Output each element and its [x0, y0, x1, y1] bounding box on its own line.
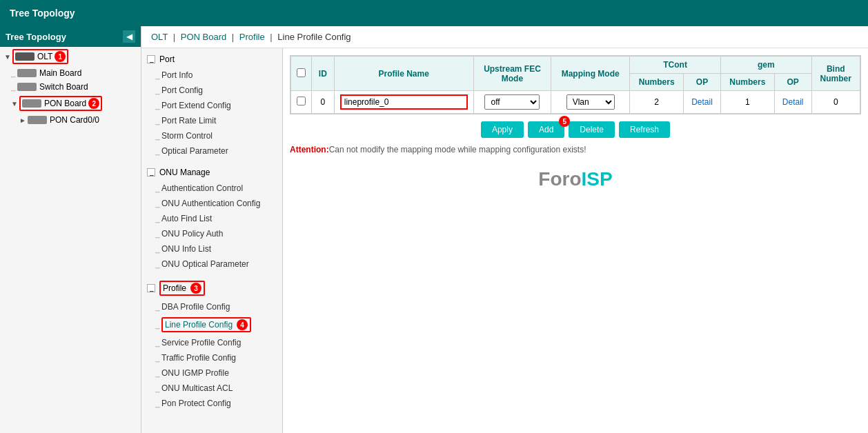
switch-board-icon [17, 83, 37, 91]
menu-item-onu-multicast-acl[interactable]: ⎯ONU Multicast ACL [141, 381, 282, 396]
row-gem-numbers: 1 [720, 91, 774, 114]
add-button-label: Add [539, 125, 553, 134]
pon-board-box: PON Board 2 [19, 96, 102, 111]
row-upstream-fec-cell: off on [473, 91, 551, 114]
pon-board-label: PON Board [44, 99, 86, 108]
menu-item-pon-protect-config[interactable]: ⎯Pon Protect Config [141, 396, 282, 411]
breadcrumb-olt[interactable]: OLT [151, 32, 168, 42]
pon-card-label: PON Card0/0 [50, 115, 99, 125]
menu-section-profile-header[interactable]: ⎯ Profile 3 [141, 277, 282, 299]
line-profile-config-highlighted: Line Profile Config 4 [161, 317, 251, 332]
col-tcont-numbers: Numbers [630, 74, 684, 91]
pon-board-icon [22, 99, 41, 108]
line-profile-config-badge: 4 [237, 319, 248, 330]
row-id: 0 [312, 91, 335, 114]
menu-section-onu: ⎯ ONU Manage ⎯Authentication Control ⎯ON… [141, 161, 282, 274]
gem-detail-link[interactable]: Detail [782, 97, 804, 107]
app-title: Tree Topology [10, 8, 75, 19]
menu-item-service-profile-config[interactable]: ⎯Service Profile Config [141, 335, 282, 350]
table-row: 0 off on [291, 91, 860, 114]
watermark-foro: Foro [538, 168, 581, 190]
sidebar-item-main-board[interactable]: ⎯ Main Board [0, 66, 141, 80]
watermark-isp: ISP [582, 168, 613, 190]
col-group-tcont: TCont [630, 57, 721, 74]
col-upstream-fec-mode: Upstream FECMode [473, 57, 551, 91]
expand-icon-pon-board[interactable]: ▼ [11, 100, 18, 108]
port-section-label: Port [159, 54, 175, 64]
menu-item-auto-find-list[interactable]: ⎯Auto Find List [141, 211, 282, 226]
menu-item-onu-igmp-profile[interactable]: ⎯ONU IGMP Profile [141, 365, 282, 381]
menu-item-traffic-profile-config[interactable]: ⎯Traffic Profile Config [141, 350, 282, 365]
menu-item-onu-info-list[interactable]: ⎯ONU Info List [141, 241, 282, 256]
olt-badge: 1 [55, 51, 66, 62]
sidebar-item-pon-card[interactable]: ► PON Card0/0 [0, 113, 141, 127]
main-board-icon [17, 69, 37, 77]
action-buttons: Apply Add 5 Delete Refresh [290, 121, 861, 138]
col-group-gem: gem [720, 57, 811, 74]
col-gem-op: OP [774, 74, 811, 91]
row-checkbox-cell [291, 91, 312, 114]
attention-text: Can not modify the mapping mode while ma… [329, 145, 586, 154]
menu-item-port-info[interactable]: ⎯Port Info [141, 68, 282, 83]
col-id: ID [312, 57, 335, 91]
menu-item-port-config[interactable]: ⎯Port Config [141, 83, 282, 98]
main-board-prefix: ⎯ [11, 69, 16, 77]
menu-item-port-rate-limit[interactable]: ⎯Port Rate Limit [141, 113, 282, 128]
attention-prefix: Attention: [290, 145, 329, 154]
add-button[interactable]: Add 5 [528, 121, 564, 138]
olt-box: OLT 1 [12, 49, 68, 64]
table-container: ID Profile Name Upstream FECMode Mapping… [290, 55, 861, 114]
menu-item-line-profile-config[interactable]: ⎯ Line Profile Config 4 [141, 314, 282, 335]
sidebar-item-switch-board[interactable]: ⎯ Switch Board [0, 80, 141, 94]
profile-section-label: Profile [163, 283, 186, 293]
menu-item-dba-profile-config[interactable]: ⎯DBA Profile Config [141, 299, 282, 314]
menu-item-onu-policy-auth[interactable]: ⎯ONU Policy Auth [141, 226, 282, 241]
sidebar-item-pon-board[interactable]: ▼ PON Board 2 [0, 94, 141, 113]
menu-item-onu-auth-config[interactable]: ⎯ONU Authentication Config [141, 196, 282, 211]
line-profile-config-label: Line Profile Config [165, 320, 233, 330]
mapping-mode-select[interactable]: Vlan GEM DSCP [566, 94, 615, 110]
breadcrumb-pon-board[interactable]: PON Board [181, 32, 226, 42]
row-checkbox[interactable] [297, 97, 306, 105]
profile-section-badge: 3 [190, 283, 201, 294]
tcont-detail-link[interactable]: Detail [691, 97, 713, 107]
menu-item-onu-optical-param[interactable]: ⎯ONU Optical Parameter [141, 256, 282, 272]
switch-board-label: Switch Board [39, 82, 88, 92]
switch-board-prefix: ⎯ [11, 83, 16, 91]
menu-section-port-header[interactable]: ⎯ Port [141, 51, 282, 68]
profile-name-input[interactable] [340, 94, 468, 110]
pon-board-badge: 2 [88, 98, 99, 109]
port-expand-icon: ⎯ [147, 55, 155, 63]
expand-icon-pon-card[interactable]: ► [19, 117, 26, 124]
menu-section-profile: ⎯ Profile 3 ⎯DBA Profile Config ⎯ Line P… [141, 274, 282, 414]
col-checkbox [291, 57, 312, 91]
menu-item-optical-parameter[interactable]: ⎯Optical Parameter [141, 143, 282, 159]
breadcrumb: OLT | PON Board | Profile | Line Profile… [141, 26, 868, 48]
breadcrumb-profile[interactable]: Profile [239, 32, 265, 42]
main-board-label: Main Board [39, 68, 81, 78]
pon-card-icon [28, 116, 47, 124]
row-mapping-mode-cell: Vlan GEM DSCP [551, 91, 630, 114]
watermark: ForoISP [290, 168, 861, 190]
menu-item-port-extend-config[interactable]: ⎯Port Extend Config [141, 98, 282, 113]
select-all-checkbox[interactable] [297, 68, 306, 77]
delete-button[interactable]: Delete [569, 121, 615, 138]
sidebar-item-olt[interactable]: ▼ OLT 1 [0, 47, 141, 66]
menu-section-onu-header[interactable]: ⎯ ONU Manage [141, 164, 282, 181]
col-bind-number: BindNumber [811, 57, 860, 91]
menu-item-auth-control[interactable]: ⎯Authentication Control [141, 181, 282, 196]
upstream-fec-select[interactable]: off on [484, 94, 540, 110]
expand-icon-olt[interactable]: ▼ [4, 53, 11, 61]
app-header: Tree Topology [0, 0, 868, 26]
menu-section-port: ⎯ Port ⎯Port Info ⎯Port Config ⎯Port Ext… [141, 48, 282, 161]
row-tcont-op: Detail [684, 91, 721, 114]
olt-device-icon [15, 52, 34, 61]
refresh-button[interactable]: Refresh [619, 121, 670, 138]
sidebar-collapse-button[interactable]: ◀ [123, 30, 135, 43]
olt-label: OLT [37, 52, 52, 61]
line-profile-table: ID Profile Name Upstream FECMode Mapping… [290, 56, 860, 114]
apply-button[interactable]: Apply [481, 121, 524, 138]
breadcrumb-current: Line Profile Config [277, 32, 351, 42]
menu-item-storm-control[interactable]: ⎯Storm Control [141, 128, 282, 143]
onu-expand-icon: ⎯ [147, 168, 155, 177]
